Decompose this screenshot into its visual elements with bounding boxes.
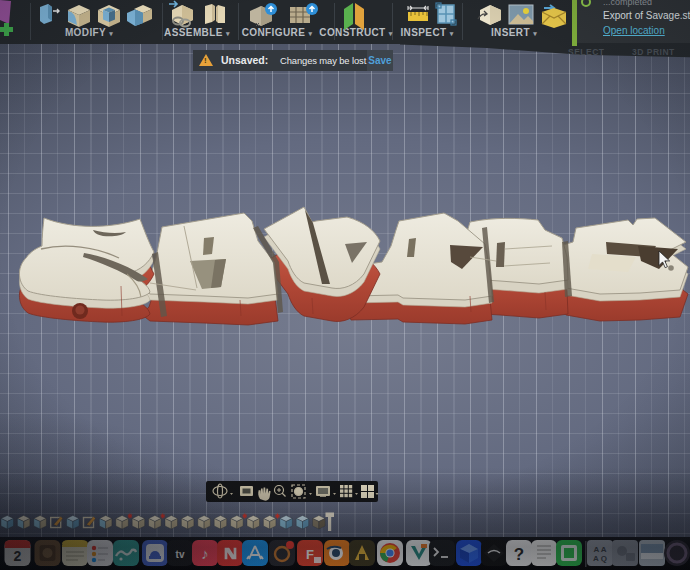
svg-text:A Q: A Q bbox=[593, 554, 607, 563]
svg-text:A A: A A bbox=[593, 545, 606, 554]
svg-text:F: F bbox=[306, 547, 314, 562]
svg-text:♪: ♪ bbox=[201, 545, 209, 562]
svg-text:2: 2 bbox=[14, 548, 22, 564]
svg-text:?: ? bbox=[514, 545, 524, 564]
svg-text:tv: tv bbox=[176, 549, 185, 560]
